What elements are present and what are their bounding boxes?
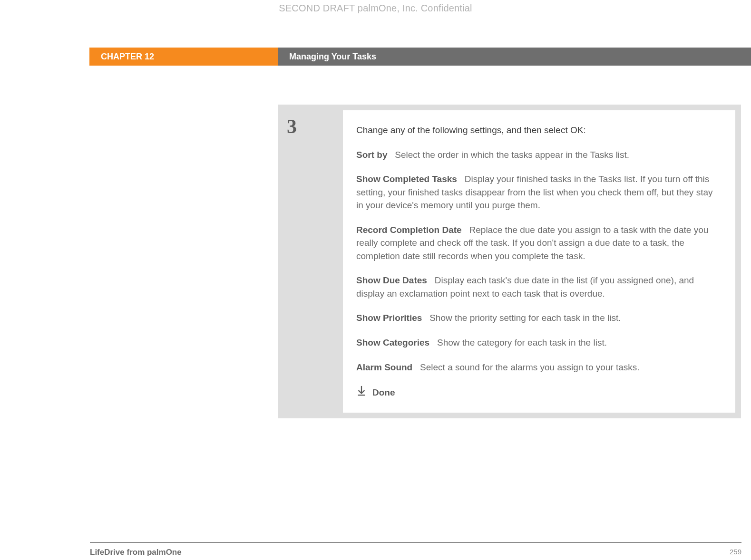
setting-desc: Show the priority setting for each task … [429,313,621,323]
setting-sort-by: Sort by Select the order in which the ta… [356,148,722,162]
step-lead: Change any of the following settings, an… [356,124,722,137]
setting-label: Show Completed Tasks [356,174,457,184]
setting-show-due-dates: Show Due Dates Display each task's due d… [356,274,722,300]
setting-label: Sort by [356,150,387,160]
setting-alarm-sound: Alarm Sound Select a sound for the alarm… [356,361,722,374]
setting-label: Record Completion Date [356,225,462,235]
footer: LifeDrive from palmOne 259 [90,542,741,557]
setting-show-categories: Show Categories Show the category for ea… [356,336,722,349]
header-spacer [0,48,89,66]
setting-label: Show Priorities [356,313,422,323]
chapter-title: Managing Your Tasks [278,48,751,66]
setting-desc: Select a sound for the alarms you assign… [420,362,640,372]
footer-product: LifeDrive from palmOne [90,548,182,557]
arrow-down-icon [356,385,367,400]
header-bar: CHAPTER 12 Managing Your Tasks [0,48,751,66]
setting-record-completion: Record Completion Date Replace the due d… [356,223,722,263]
step-box: 3 Change any of the following settings, … [278,105,741,418]
setting-desc: Show the category for each task in the l… [437,338,607,348]
setting-desc: Select the order in which the tasks appe… [395,150,629,160]
page: SECOND DRAFT palmOne, Inc. Confidential … [0,0,751,560]
setting-show-priorities: Show Priorities Show the priority settin… [356,311,722,325]
setting-label: Alarm Sound [356,362,412,372]
step-content: Change any of the following settings, an… [343,110,735,413]
setting-label: Show Due Dates [356,275,427,285]
done-row: Done [356,385,722,400]
setting-show-completed: Show Completed Tasks Display your finish… [356,173,722,212]
step-number: 3 [284,110,343,413]
setting-label: Show Categories [356,338,429,348]
watermark-text: SECOND DRAFT palmOne, Inc. Confidential [0,3,751,14]
page-number: 259 [730,548,741,557]
done-label: Done [372,386,395,399]
chapter-label: CHAPTER 12 [89,48,278,66]
